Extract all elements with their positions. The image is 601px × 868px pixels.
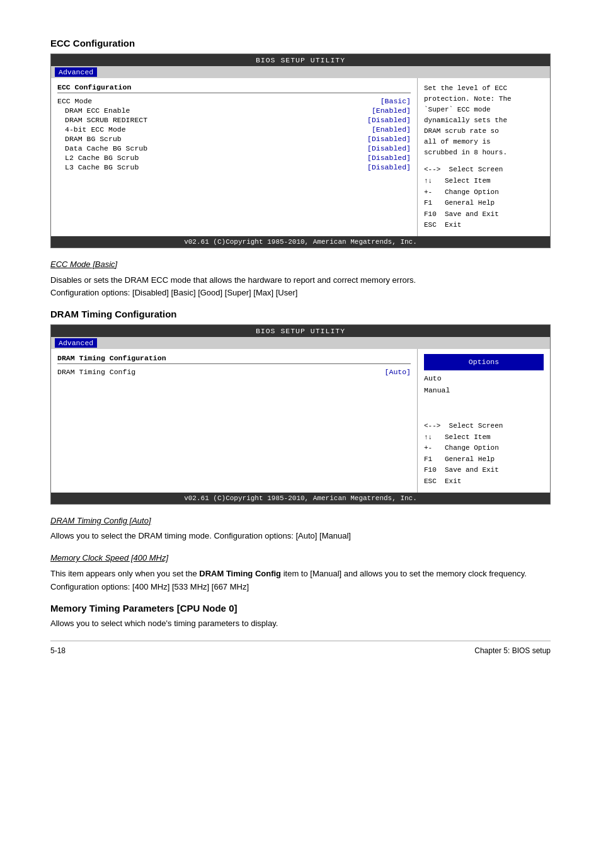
dram-bios-header: BIOS SETUP UTILITY	[51, 325, 550, 337]
dram-desc2-body3: Configuration options: [400 MHz] [533 MH…	[50, 582, 249, 591]
dram-desc1-title: DRAM Timing Config [Auto]	[50, 515, 551, 528]
dram-item-value-0: [Auto]	[385, 368, 411, 376]
page-footer: 5-18 Chapter 5: BIOS setup	[50, 641, 551, 655]
ecc-item-value-2: [Disabled]	[367, 116, 411, 124]
ecc-item-value-1: [Enabled]	[372, 106, 411, 115]
dram-bios-body: DRAM Timing Configuration DRAM Timing Co…	[51, 349, 550, 492]
dram-advanced-tab[interactable]: Advanced	[55, 338, 97, 348]
dram-items: DRAM Timing Config [Auto]	[57, 368, 411, 376]
ecc-item-value-3: [Enabled]	[372, 125, 411, 134]
ecc-bios-body: ECC Configuration ECC Mode [Basic] DRAM …	[51, 78, 550, 236]
dram-desc2-body: This item appears only when you set the …	[50, 568, 551, 594]
ecc-item-label-5: Data Cache BG Scrub	[65, 144, 147, 152]
dram-options-header: Options	[424, 354, 544, 370]
ecc-bios-header: BIOS SETUP UTILITY	[51, 54, 550, 66]
ecc-advanced-tab[interactable]: Advanced	[55, 67, 97, 77]
ecc-item-7[interactable]: L3 Cache BG Scrub [Disabled]	[57, 163, 411, 171]
dram-option-auto[interactable]: Auto	[424, 373, 544, 384]
dram-item-0[interactable]: DRAM Timing Config [Auto]	[57, 368, 411, 376]
ecc-item-3[interactable]: 4-bit ECC Mode [Enabled]	[57, 125, 411, 134]
dram-left-panel: DRAM Timing Configuration DRAM Timing Co…	[51, 349, 418, 492]
ecc-left-panel: ECC Configuration ECC Mode [Basic] DRAM …	[51, 78, 418, 236]
ecc-item-2[interactable]: DRAM SCRUB REDIRECT [Disabled]	[57, 116, 411, 124]
ecc-item-value-6: [Disabled]	[367, 154, 411, 162]
ecc-item-label-3: 4-bit ECC Mode	[65, 125, 126, 134]
ecc-item-0[interactable]: ECC Mode [Basic]	[57, 97, 411, 105]
ecc-item-label-6: L2 Cache BG Scrub	[65, 154, 139, 162]
dram-bios-footer: v02.61 (C)Copyright 1985-2010, American …	[51, 493, 550, 504]
ecc-item-value-4: [Disabled]	[367, 135, 411, 143]
ecc-item-5[interactable]: Data Cache BG Scrub [Disabled]	[57, 144, 411, 152]
ecc-item-label-2: DRAM SCRUB REDIRECT	[65, 116, 147, 124]
ecc-item-value-7: [Disabled]	[367, 163, 411, 171]
dram-section: DRAM Timing Configuration BIOS SETUP UTI…	[50, 309, 551, 593]
memory-timing-title: Memory Timing Parameters [CPU Node 0]	[50, 603, 551, 614]
ecc-desc-body2: Configuration options: [Disabled] [Basic…	[50, 287, 551, 300]
dram-desc-block: DRAM Timing Config [Auto] Allows you to …	[50, 515, 551, 544]
memory-timing-section: Memory Timing Parameters [CPU Node 0] Al…	[50, 603, 551, 628]
dram-desc2-bold: DRAM Timing Config	[199, 569, 281, 578]
ecc-bios-footer: v02.61 (C)Copyright 1985-2010, American …	[51, 236, 550, 248]
memory-timing-body: Allows you to select which node's timing…	[50, 619, 551, 628]
dram-desc2-title: Memory Clock Speed [400 MHz]	[50, 552, 551, 565]
dram-option-manual[interactable]: Manual	[424, 385, 544, 396]
ecc-key-help: <--> Select Screen ↑↓ Select Item +- Cha…	[424, 164, 544, 231]
ecc-item-label-0: ECC Mode	[57, 97, 92, 105]
ecc-right-panel: Set the level of ECC protection. Note: T…	[418, 78, 550, 236]
ecc-description: Set the level of ECC protection. Note: T…	[424, 83, 544, 158]
dram-desc2-body1: This item appears only when you set the	[50, 569, 199, 578]
ecc-tab-bar: Advanced	[51, 66, 550, 78]
ecc-config-label: ECC Configuration	[57, 83, 411, 93]
ecc-item-1[interactable]: DRAM ECC Enable [Enabled]	[57, 106, 411, 115]
ecc-item-value-5: [Disabled]	[367, 144, 411, 152]
ecc-item-4[interactable]: DRAM BG Scrub [Disabled]	[57, 135, 411, 143]
dram-section-title: DRAM Timing Configuration	[50, 309, 551, 319]
ecc-desc-body1: Disables or sets the DRAM ECC mode that …	[50, 274, 551, 287]
footer-right: Chapter 5: BIOS setup	[474, 646, 551, 655]
ecc-bios-box: BIOS SETUP UTILITY Advanced ECC Configur…	[50, 54, 551, 248]
ecc-item-6[interactable]: L2 Cache BG Scrub [Disabled]	[57, 154, 411, 162]
ecc-desc-title: ECC Mode [Basic]	[50, 258, 551, 271]
dram-desc1-body: Allows you to select the DRAM timing mod…	[50, 530, 551, 543]
ecc-item-label-7: L3 Cache BG Scrub	[65, 163, 139, 171]
dram-bios-box: BIOS SETUP UTILITY Advanced DRAM Timing …	[50, 324, 551, 504]
dram-right-panel: Options Auto Manual <--> Select Screen ↑…	[418, 349, 550, 492]
dram-desc2-block: Memory Clock Speed [400 MHz] This item a…	[50, 552, 551, 593]
ecc-item-value-0: [Basic]	[381, 97, 411, 105]
ecc-item-label-1: DRAM ECC Enable	[65, 106, 130, 115]
dram-config-label: DRAM Timing Configuration	[57, 354, 411, 364]
ecc-section: ECC Configuration BIOS SETUP UTILITY Adv…	[50, 38, 551, 300]
ecc-desc-block: ECC Mode [Basic] Disables or sets the DR…	[50, 258, 551, 300]
dram-item-label-0: DRAM Timing Config	[57, 368, 135, 376]
dram-tab-bar: Advanced	[51, 337, 550, 349]
ecc-section-title: ECC Configuration	[50, 38, 551, 49]
footer-left: 5-18	[50, 646, 66, 655]
dram-desc2-body2: item to [Manual] and allows you to set t…	[281, 569, 527, 578]
ecc-item-label-4: DRAM BG Scrub	[65, 135, 122, 143]
dram-key-help: <--> Select Screen ↑↓ Select Item +- Cha…	[424, 421, 544, 488]
